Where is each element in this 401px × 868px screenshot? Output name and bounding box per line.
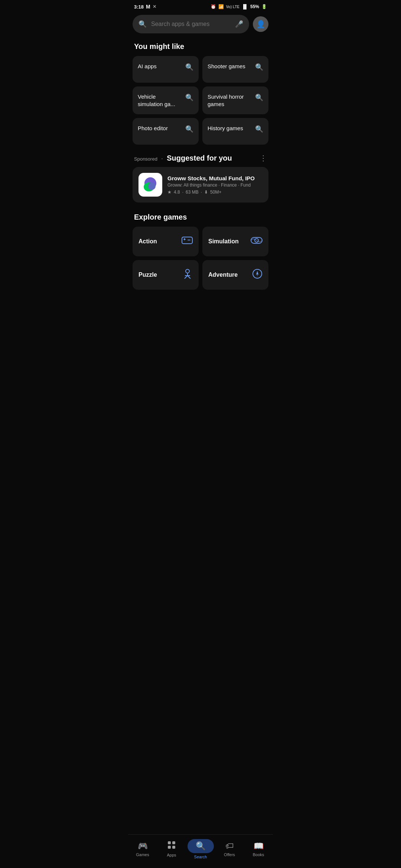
wifi-icon: 📶 bbox=[218, 4, 224, 9]
shooter-games-label: Shooter games bbox=[208, 63, 245, 70]
svg-point-11 bbox=[186, 269, 189, 273]
search-bar[interactable]: 🔍 🎤 bbox=[133, 15, 249, 33]
vehicle-simulation-search-icon: 🔍 bbox=[185, 93, 193, 102]
explore-action[interactable]: Action bbox=[133, 227, 199, 256]
explore-adventure[interactable]: Adventure bbox=[202, 260, 268, 290]
might-like-title: You might like bbox=[128, 39, 273, 56]
groww-app-icon bbox=[138, 173, 162, 197]
lte-icon: Vo) LTE bbox=[226, 5, 239, 9]
groww-app-meta: ★ 4.8 · 63 MB · ⬇ 50M+ bbox=[167, 190, 263, 195]
star-icon: ★ bbox=[167, 190, 172, 195]
bottom-spacer bbox=[128, 297, 273, 327]
search-input[interactable] bbox=[151, 21, 231, 27]
survival-horror-search-icon: 🔍 bbox=[255, 93, 263, 102]
survival-horror-label: Survival horror games bbox=[208, 93, 252, 108]
ai-apps-search-icon: 🔍 bbox=[185, 63, 193, 71]
svg-line-13 bbox=[185, 276, 188, 279]
explore-games-grid: Action Simulation Puzzle bbox=[128, 227, 273, 297]
ai-apps-label: AI apps bbox=[138, 63, 157, 70]
explore-puzzle[interactable]: Puzzle bbox=[133, 260, 199, 290]
might-like-grid: AI apps 🔍 Shooter games 🔍 Vehicle simula… bbox=[128, 56, 273, 152]
svg-point-7 bbox=[189, 239, 190, 240]
groww-rating: 4.8 bbox=[174, 190, 180, 195]
history-games-search-icon: 🔍 bbox=[255, 125, 263, 133]
groww-logo-svg bbox=[141, 175, 160, 194]
gmail-icon: M bbox=[146, 4, 150, 10]
status-left: 3:18 M ✕ bbox=[134, 4, 156, 10]
time: 3:18 bbox=[134, 4, 144, 10]
groww-app-subtitle: Groww: All things finance · Finance · Fu… bbox=[167, 183, 263, 188]
signal-slash-icon: ✕ bbox=[153, 4, 156, 9]
battery-icon: 🔋 bbox=[261, 4, 267, 9]
download-icon: ⬇ bbox=[204, 190, 208, 195]
mic-icon[interactable]: 🎤 bbox=[235, 20, 243, 28]
groww-app-info: Groww Stocks, Mutual Fund, IPO Groww: Al… bbox=[167, 175, 263, 195]
explore-simulation[interactable]: Simulation bbox=[202, 227, 268, 256]
simulation-icon bbox=[251, 236, 263, 247]
puzzle-icon bbox=[182, 268, 193, 282]
status-bar: 3:18 M ✕ ⏰ 📶 Vo) LTE ▐▌ 55% 🔋 bbox=[128, 0, 273, 12]
more-options-icon[interactable]: ⋮ bbox=[260, 154, 267, 162]
photo-editor-label: Photo editor bbox=[138, 125, 168, 132]
alarm-icon: ⏰ bbox=[211, 4, 216, 9]
explore-games-title: Explore games bbox=[128, 210, 273, 227]
svg-point-8 bbox=[188, 239, 189, 240]
simulation-label: Simulation bbox=[208, 238, 239, 245]
history-games-label: History games bbox=[208, 125, 243, 132]
vehicle-simulation-label: Vehicle simulation ga... bbox=[138, 93, 182, 108]
might-like-photo-editor[interactable]: Photo editor 🔍 bbox=[133, 118, 199, 145]
sponsored-label: Sponsored bbox=[134, 156, 157, 162]
signal-icon: ▐▌ bbox=[242, 4, 248, 9]
groww-size: 63 MB bbox=[186, 190, 199, 195]
puzzle-label: Puzzle bbox=[138, 272, 157, 278]
svg-rect-4 bbox=[182, 237, 192, 244]
might-like-shooter-games[interactable]: Shooter games 🔍 bbox=[202, 56, 268, 83]
might-like-survival-horror[interactable]: Survival horror games 🔍 bbox=[202, 86, 268, 114]
battery-text: 55% bbox=[250, 4, 259, 9]
action-icon bbox=[182, 236, 193, 248]
groww-app-name: Groww Stocks, Mutual Fund, IPO bbox=[167, 175, 263, 181]
action-label: Action bbox=[138, 238, 157, 245]
svg-point-3 bbox=[148, 183, 156, 190]
might-like-ai-apps[interactable]: AI apps 🔍 bbox=[133, 56, 199, 83]
svg-rect-6 bbox=[184, 238, 185, 240]
svg-line-14 bbox=[188, 276, 190, 279]
groww-downloads: 50M+ bbox=[210, 190, 221, 195]
might-like-history-games[interactable]: History games 🔍 bbox=[202, 118, 268, 145]
avatar[interactable]: 👤 bbox=[253, 16, 268, 32]
search-icon: 🔍 bbox=[138, 20, 147, 28]
photo-editor-search-icon: 🔍 bbox=[185, 125, 193, 133]
adventure-icon bbox=[252, 269, 263, 282]
might-like-vehicle-simulation[interactable]: Vehicle simulation ga... 🔍 bbox=[133, 86, 199, 114]
sponsored-card[interactable]: Groww Stocks, Mutual Fund, IPO Groww: Al… bbox=[133, 167, 268, 203]
adventure-label: Adventure bbox=[208, 272, 238, 278]
status-right: ⏰ 📶 Vo) LTE ▐▌ 55% 🔋 bbox=[211, 4, 267, 9]
suggested-title: Suggested for you bbox=[167, 154, 232, 162]
sponsored-header: Sponsored · Suggested for you ⋮ bbox=[128, 152, 273, 167]
shooter-games-search-icon: 🔍 bbox=[255, 63, 263, 71]
search-bar-container: 🔍 🎤 👤 bbox=[128, 12, 273, 39]
